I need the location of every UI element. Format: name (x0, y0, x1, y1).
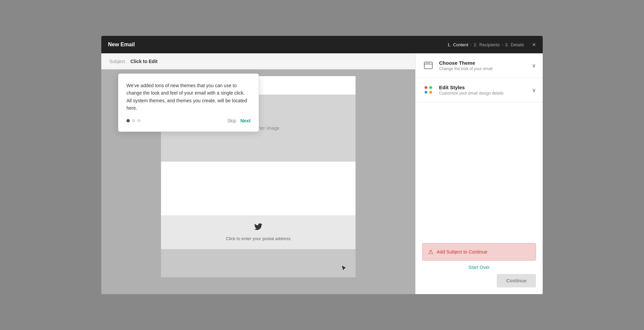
modal-title: New Email (108, 42, 135, 48)
step-1-label: Content (453, 42, 469, 47)
subject-label: Subject (109, 59, 125, 64)
start-over-link[interactable]: Start Over (422, 265, 536, 270)
step-1[interactable]: 1. Content (447, 42, 468, 47)
close-button[interactable]: × (532, 41, 536, 48)
step-arrow-2: › (502, 42, 503, 47)
sidebar-edit-styles[interactable]: Edit Styles Customize your email design … (416, 78, 543, 102)
footer-section: Click to enter your postal address (161, 215, 356, 249)
svg-rect-2 (424, 62, 432, 69)
choose-theme-title: Choose Theme (439, 60, 527, 66)
subject-edit-link[interactable]: Click to Edit (130, 59, 158, 64)
theme-icon (422, 59, 434, 71)
choose-theme-desc: Change the look of your email (439, 66, 527, 71)
step-3[interactable]: 3. Details (505, 42, 524, 47)
tooltip-overlay: We've added tons of new themes that you … (118, 73, 259, 132)
editor-panel: Subject Click to Edit Your logo goes her… (101, 53, 415, 294)
edit-styles-chevron: ∨ (532, 87, 536, 93)
sidebar: Choose Theme Change the look of your ema… (415, 53, 543, 294)
skip-button[interactable]: Skip (227, 118, 236, 123)
warning-banner: ⚠ Add Subject to Continue (422, 243, 536, 261)
subject-bar: Subject Click to Edit (101, 53, 415, 69)
new-email-modal: New Email 1. Content › 2. Recipients › 3… (101, 36, 543, 294)
postal-address-text[interactable]: Click to enter your postal address (226, 236, 291, 241)
steps-nav: 1. Content › 2. Recipients › 3. Details (447, 42, 524, 47)
svg-point-6 (429, 91, 432, 94)
edit-styles-icon (422, 84, 434, 96)
svg-point-4 (429, 86, 432, 89)
edit-styles-title: Edit Styles (439, 85, 527, 90)
warning-icon: ⚠ (428, 248, 433, 256)
tooltip-box: We've added tons of new themes that you … (118, 73, 259, 132)
edit-styles-desc: Customize your email design details (439, 91, 527, 96)
tooltip-actions: Skip Next (227, 118, 251, 123)
continue-button[interactable]: Continue (497, 274, 536, 287)
sidebar-choose-theme[interactable]: Choose Theme Change the look of your ema… (416, 53, 543, 78)
dot-2 (132, 119, 135, 122)
choose-theme-chevron: ∨ (532, 62, 536, 69)
tooltip-dots (126, 119, 141, 122)
next-button[interactable]: Next (240, 118, 251, 123)
modal-header: New Email 1. Content › 2. Recipients › 3… (101, 36, 543, 53)
choose-theme-text: Choose Theme Change the look of your ema… (439, 60, 527, 71)
step-3-label: Details (511, 42, 524, 47)
content-section[interactable] (161, 162, 356, 215)
dot-1 (126, 119, 130, 122)
svg-point-3 (425, 86, 427, 89)
warning-text: Add Subject to Continue (437, 249, 487, 255)
tooltip-footer: Skip Next (126, 118, 251, 123)
svg-point-5 (425, 91, 427, 94)
edit-styles-text: Edit Styles Customize your email design … (439, 85, 527, 96)
step-arrow-1: › (470, 42, 472, 47)
dot-3 (137, 119, 141, 122)
step-2-number: 2. (474, 42, 477, 47)
sidebar-footer: ⚠ Add Subject to Continue Start Over Con… (416, 236, 543, 294)
step-2-label: Recipients (479, 42, 500, 47)
step-3-number: 3. (505, 42, 509, 47)
step-1-number: 1. (447, 42, 451, 47)
tooltip-text: We've added tons of new themes that you … (126, 82, 251, 112)
modal-body: Subject Click to Edit Your logo goes her… (101, 53, 543, 294)
step-2[interactable]: 2. Recipients (474, 42, 500, 47)
twitter-icon (254, 223, 262, 232)
